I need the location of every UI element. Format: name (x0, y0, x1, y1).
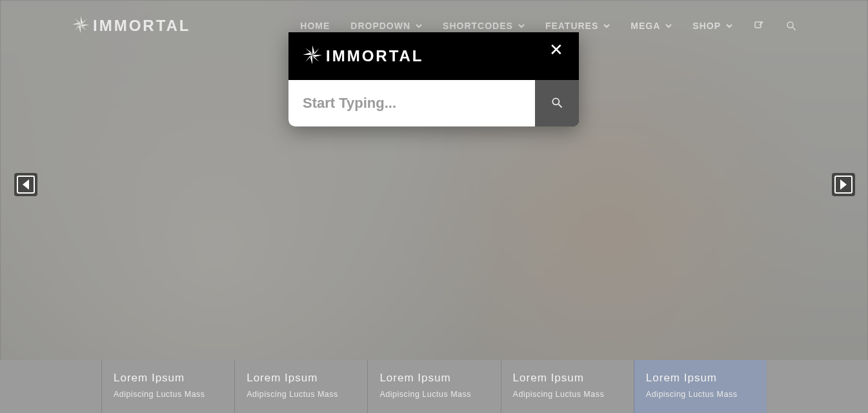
nav-label: SHORTCODES (443, 21, 513, 31)
svg-point-3 (552, 98, 559, 105)
modal-logo-text: IMMORTAL (326, 47, 424, 65)
main-nav: HOME DROPDOWN SHORTCODES FEATURES MEGA S… (300, 20, 797, 32)
flower-icon (301, 44, 323, 68)
slider-tabs: Lorem Ipsum Adipiscing Luctus Mass Lorem… (0, 360, 868, 413)
share-icon[interactable] (753, 20, 765, 32)
svg-point-1 (787, 22, 793, 28)
slider-tab-title: Lorem Ipsum (114, 372, 223, 385)
slider-tab[interactable]: Lorem Ipsum Adipiscing Luctus Mass (101, 360, 234, 413)
nav-item-mega[interactable]: MEGA (631, 21, 672, 31)
nav-item-shortcodes[interactable]: SHORTCODES (443, 21, 525, 31)
slider-tab[interactable]: Lorem Ipsum Adipiscing Luctus Mass (234, 360, 367, 413)
svg-line-4 (559, 104, 562, 107)
site-logo[interactable]: IMMORTAL (71, 15, 191, 37)
nav-label: MEGA (631, 21, 660, 31)
chevron-down-icon (416, 23, 422, 29)
nav-label: SHOP (692, 21, 721, 31)
chevron-down-icon (603, 23, 610, 29)
nav-item-home[interactable]: HOME (300, 21, 330, 31)
slider-next-button[interactable] (832, 173, 855, 196)
nav-label: DROPDOWN (350, 21, 410, 31)
search-input[interactable] (288, 80, 535, 126)
search-modal: IMMORTAL ✕ (288, 32, 579, 126)
nav-item-shop[interactable]: SHOP (692, 21, 732, 31)
slider-tab-subtitle: Adipiscing Luctus Mass (247, 390, 356, 399)
svg-line-2 (792, 27, 796, 30)
site-logo-text: IMMORTAL (93, 17, 191, 35)
search-modal-header: IMMORTAL ✕ (288, 32, 579, 80)
nav-label: FEATURES (545, 21, 598, 31)
slider-prev-button[interactable] (14, 173, 37, 196)
slider-tab-subtitle: Adipiscing Luctus Mass (646, 390, 755, 399)
slider-tab[interactable]: Lorem Ipsum Adipiscing Luctus Mass (634, 360, 767, 413)
flower-icon (71, 15, 90, 37)
slider-tab[interactable]: Lorem Ipsum Adipiscing Luctus Mass (501, 360, 634, 413)
nav-item-features[interactable]: FEATURES (545, 21, 610, 31)
slider-tab-title: Lorem Ipsum (379, 372, 489, 385)
slider-tab[interactable]: Lorem Ipsum Adipiscing Luctus Mass (367, 360, 500, 413)
nav-label: HOME (300, 21, 330, 31)
modal-logo: IMMORTAL (301, 44, 424, 68)
slider-tab-title: Lorem Ipsum (513, 372, 622, 385)
search-icon[interactable] (785, 20, 797, 32)
nav-item-dropdown[interactable]: DROPDOWN (350, 21, 422, 31)
chevron-down-icon (518, 23, 525, 29)
chevron-down-icon (665, 23, 672, 29)
slider-tab-subtitle: Adipiscing Luctus Mass (114, 390, 223, 399)
close-icon[interactable]: ✕ (547, 40, 566, 59)
slider-tab-subtitle: Adipiscing Luctus Mass (513, 390, 622, 399)
slider-tab-subtitle: Adipiscing Luctus Mass (379, 390, 489, 399)
search-submit-button[interactable] (535, 80, 579, 126)
search-icon (550, 96, 563, 111)
slider-tab-title: Lorem Ipsum (646, 372, 755, 385)
slider-tab-title: Lorem Ipsum (247, 372, 356, 385)
chevron-down-icon (726, 23, 732, 29)
search-modal-body (288, 80, 579, 126)
